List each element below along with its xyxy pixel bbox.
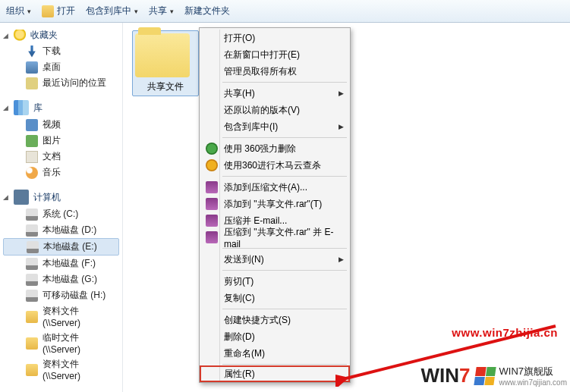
toolbar-include-library[interactable]: 包含到库中▾: [86, 5, 138, 17]
menu-360-scan[interactable]: 使用360进行木马云查杀: [201, 157, 348, 174]
sidebar-downloads[interactable]: 下载: [0, 43, 122, 59]
menu-properties[interactable]: 属性(R): [200, 365, 350, 382]
brand-text: WIN7旗舰版: [499, 365, 567, 378]
menu-label: 使用 360强力删除: [224, 143, 296, 155]
sidebar-label: 资料文件 (\\Server): [43, 358, 119, 381]
library-icon: [14, 100, 29, 115]
folder-item-shared[interactable]: 共享文件: [132, 30, 199, 96]
sidebar-documents[interactable]: 文档: [0, 149, 122, 165]
pictures-icon: [26, 135, 38, 147]
sidebar-network-temp[interactable]: 临时文件 (\\Server): [0, 330, 122, 356]
menu-add-rar[interactable]: 添加到 "共享文件.rar"(T): [201, 196, 348, 212]
menu-separator: [222, 176, 347, 177]
menu-share[interactable]: 共享(H)▶: [201, 85, 348, 102]
sidebar-network-resources-2[interactable]: 资料文件 (\\Server): [0, 356, 122, 383]
menu-label: 管理员取得所有权: [224, 65, 297, 78]
folder-label: 共享文件: [135, 80, 196, 93]
drive-icon: [26, 274, 38, 286]
menu-label: 复制(C): [224, 292, 255, 305]
menu-open-new-window[interactable]: 在新窗口中打开(E): [201, 46, 348, 63]
network-folder-icon: [26, 337, 38, 350]
toolbar-share[interactable]: 共享▾: [149, 5, 174, 17]
menu-copy[interactable]: 复制(C): [201, 290, 348, 306]
sidebar-label: 音乐: [43, 166, 61, 179]
toolbar-new-folder[interactable]: 新建文件夹: [184, 5, 230, 17]
star-icon: [14, 30, 26, 42]
menu-label: 压缩到 "共享文件.rar" 并 E-mail: [224, 226, 335, 249]
video-icon: [26, 119, 38, 131]
sidebar-removable-h[interactable]: 可移动磁盘 (H:): [0, 287, 122, 303]
open-icon: [42, 5, 54, 17]
sidebar-drive-g[interactable]: 本地磁盘 (G:): [0, 271, 122, 287]
sidebar-label: 桌面: [43, 61, 61, 74]
download-icon: [26, 45, 38, 58]
sidebar-network-resources[interactable]: 资料文件 (\\Server): [0, 303, 122, 330]
menu-label: 发送到(N): [224, 253, 264, 266]
menu-include-library[interactable]: 包含到库中(I)▶: [201, 118, 348, 135]
computer-icon: [14, 190, 29, 205]
sidebar-label: 视频: [43, 118, 61, 131]
menu-open[interactable]: 打开(O): [201, 30, 348, 46]
chevron-down-icon: ▾: [27, 8, 31, 15]
watermark-url: www.win7zhijia.cn: [452, 326, 558, 339]
menu-admin-ownership[interactable]: 管理员取得所有权: [201, 63, 348, 80]
menu-label: 删除(D): [224, 331, 255, 343]
recent-icon: [26, 77, 38, 89]
toolbar-include-label: 包含到库中: [86, 5, 131, 17]
context-menu: 打开(O) 在新窗口中打开(E) 管理员取得所有权 共享(H)▶ 还原以前的版本…: [199, 27, 351, 383]
sidebar-label: 可移动磁盘 (H:): [43, 289, 105, 302]
menu-360-delete[interactable]: 使用 360强力删除: [201, 140, 348, 157]
submenu-arrow-icon: ▶: [339, 89, 344, 97]
menu-add-archive[interactable]: 添加到压缩文件(A)...: [201, 179, 348, 196]
menu-separator: [222, 364, 347, 365]
menu-label: 包含到库中(I): [224, 121, 278, 133]
menu-cut[interactable]: 剪切(T): [201, 273, 348, 290]
sidebar-drive-f[interactable]: 本地磁盘 (F:): [0, 256, 122, 271]
chevron-down-icon: ▾: [134, 8, 138, 15]
submenu-arrow-icon: ▶: [339, 123, 344, 130]
toolbar-organize-label: 组织: [6, 5, 24, 17]
rar-icon: [206, 198, 218, 210]
menu-send-to[interactable]: 发送到(N)▶: [201, 251, 348, 268]
sidebar-label: 收藏夹: [30, 29, 58, 42]
sidebar-label: 本地磁盘 (E:): [43, 240, 97, 253]
sidebar-pictures[interactable]: 图片: [0, 133, 122, 149]
music-icon: [26, 167, 38, 179]
sidebar-videos[interactable]: 视频: [0, 117, 122, 133]
documents-icon: [26, 151, 38, 163]
drive-icon: [26, 258, 38, 270]
sidebar-computer[interactable]: ◢计算机: [0, 188, 122, 206]
360-icon: [206, 143, 218, 155]
toolbar-organize[interactable]: 组织▾: [6, 5, 31, 17]
brand-watermark: WIN7 WIN7旗舰版 www.win7qijian.com: [421, 364, 568, 387]
toolbar-open[interactable]: 打开: [42, 5, 75, 17]
sidebar-drive-d[interactable]: 本地磁盘 (D:): [0, 222, 122, 238]
toolbar: 组织▾ 打开 包含到库中▾ 共享▾ 新建文件夹: [0, 0, 570, 23]
menu-delete[interactable]: 删除(D): [201, 328, 348, 345]
menu-rename[interactable]: 重命名(M): [201, 345, 348, 362]
folder-icon: [135, 33, 190, 77]
sidebar-music[interactable]: 音乐: [0, 165, 122, 180]
menu-label: 在新窗口中打开(E): [224, 49, 300, 61]
sidebar-label: 资料文件 (\\Server): [43, 305, 119, 328]
chevron-down-icon: ▾: [170, 8, 174, 15]
submenu-arrow-icon: ▶: [339, 256, 344, 263]
menu-restore-versions[interactable]: 还原以前的版本(V): [201, 102, 348, 118]
brand-logo: WIN7: [421, 364, 471, 387]
toolbar-share-label: 共享: [149, 5, 167, 17]
drive-icon: [27, 241, 39, 253]
360-scan-icon: [206, 159, 218, 171]
menu-create-shortcut[interactable]: 创建快捷方式(S): [201, 312, 348, 328]
collapse-icon: ◢: [3, 193, 8, 201]
sidebar-libraries[interactable]: ◢库: [0, 99, 122, 117]
sidebar-drive-e[interactable]: 本地磁盘 (E:): [3, 238, 119, 256]
drive-icon: [26, 209, 38, 221]
sidebar-favorites[interactable]: ◢收藏夹: [0, 27, 122, 43]
sidebar-label: 本地磁盘 (D:): [43, 224, 96, 237]
sidebar-desktop[interactable]: 桌面: [0, 59, 122, 75]
menu-label: 添加到 "共享文件.rar"(T): [224, 198, 322, 211]
sidebar-recent[interactable]: 最近访问的位置: [0, 75, 122, 91]
sidebar-drive-c[interactable]: 系统 (C:): [0, 206, 122, 222]
menu-label: 共享(H): [224, 87, 255, 100]
menu-compress-rar-email[interactable]: 压缩到 "共享文件.rar" 并 E-mail: [201, 229, 348, 246]
